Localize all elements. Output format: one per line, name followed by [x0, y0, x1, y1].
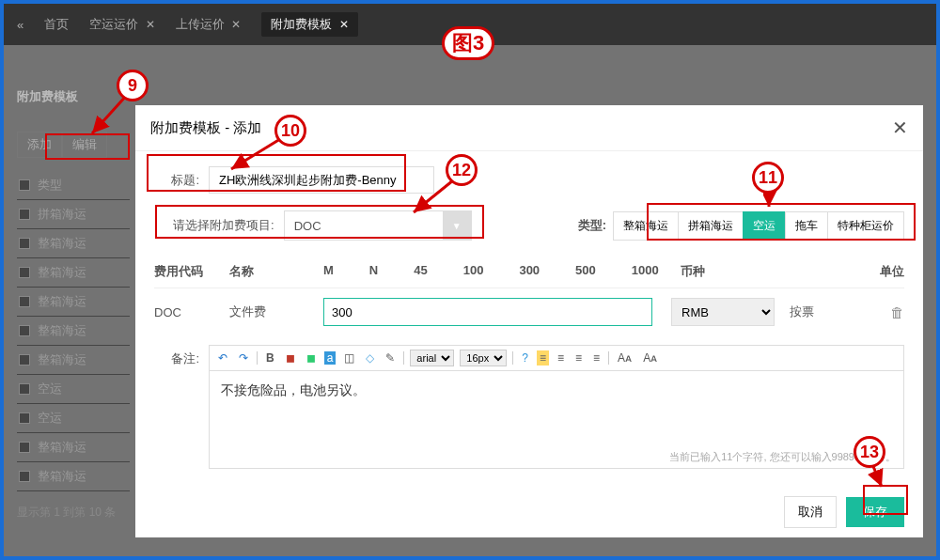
- bgcolor-icon[interactable]: ◼: [304, 350, 319, 366]
- list-item-label: 拼箱海运: [38, 206, 86, 223]
- callout-13: 13: [854, 436, 885, 468]
- list-item-label: 空运: [38, 410, 62, 427]
- help-icon[interactable]: ?: [519, 350, 531, 366]
- currency-select[interactable]: RMB: [671, 298, 775, 326]
- list-item-label: 整箱海运: [38, 293, 86, 310]
- row-code: DOC: [154, 305, 229, 319]
- font-a-icon[interactable]: a: [324, 351, 337, 365]
- type-option[interactable]: 空运: [743, 211, 786, 241]
- bold-icon[interactable]: B: [263, 350, 277, 366]
- list-item-label: 类型: [38, 177, 62, 194]
- undo-icon[interactable]: ↶: [215, 350, 230, 366]
- close-icon[interactable]: ✕: [146, 18, 155, 31]
- type-option[interactable]: 拼箱海运: [678, 211, 744, 241]
- list-item[interactable]: 整箱海运: [17, 462, 130, 491]
- list-item[interactable]: 空运: [17, 404, 130, 433]
- list-item-label: 整箱海运: [38, 351, 86, 368]
- font-size-select[interactable]: 16px: [460, 350, 507, 366]
- callout-10: 10: [274, 115, 306, 147]
- label-remark: 备注:: [154, 350, 199, 469]
- list-item[interactable]: 整箱海运: [17, 288, 130, 317]
- checkbox[interactable]: [19, 296, 30, 307]
- cancel-button[interactable]: 取消: [784, 496, 837, 528]
- add-button[interactable]: 添加: [17, 132, 62, 158]
- svg-line-4: [872, 464, 882, 487]
- nav-sea[interactable]: 空运运价 ✕: [89, 16, 155, 33]
- nav-home[interactable]: 首页: [44, 16, 69, 33]
- list-item[interactable]: 整箱海运: [17, 229, 130, 258]
- label-title: 标题:: [154, 172, 199, 189]
- row-unit: 按票: [790, 303, 837, 320]
- nav-up[interactable]: 上传运价 ✕: [176, 16, 242, 33]
- close-icon[interactable]: ✕: [231, 18, 241, 31]
- font-shrink-icon[interactable]: Aᴀ: [640, 350, 660, 366]
- list-item[interactable]: 类型: [17, 171, 130, 200]
- type-option[interactable]: 特种柜运价: [827, 211, 904, 241]
- list-item[interactable]: 整箱海运: [17, 346, 130, 375]
- modal-title: 附加费模板 - 添加: [150, 119, 261, 137]
- label-type: 类型:: [578, 217, 606, 234]
- editor-content[interactable]: 不接危险品，电池另议。: [210, 371, 903, 446]
- checkbox[interactable]: [19, 238, 30, 249]
- th-num: 500: [575, 263, 596, 280]
- label-select-surcharge: 请选择附加费项目:: [173, 217, 274, 234]
- nav-surcharge-template[interactable]: 附加费模板 ✕: [261, 12, 358, 37]
- link-icon[interactable]: ✎: [383, 350, 398, 366]
- align-justify-icon[interactable]: ≡: [590, 350, 603, 366]
- list-item[interactable]: 整箱海运: [17, 317, 130, 346]
- pagination-info: 显示第 1 到第 10 条: [17, 505, 130, 521]
- close-icon[interactable]: ✕: [339, 18, 349, 31]
- th-num: 45: [414, 263, 427, 280]
- callout-12: 12: [446, 154, 478, 186]
- th-currency: 币种: [681, 263, 793, 280]
- checkbox[interactable]: [19, 354, 30, 366]
- editor-toolbar: ↶ ↷ B ◼ ◼ a ◫ ◇ ✎ arial 16px ? ≡ ≡: [210, 346, 903, 371]
- delete-row-icon[interactable]: 🗑: [890, 304, 904, 320]
- rich-text-editor: ↶ ↷ B ◼ ◼ a ◫ ◇ ✎ arial 16px ? ≡ ≡: [209, 345, 904, 469]
- align-left-icon[interactable]: ≡: [537, 350, 549, 366]
- list-item[interactable]: 拼箱海运: [17, 200, 130, 229]
- svg-line-2: [414, 180, 453, 212]
- checkbox[interactable]: [19, 179, 30, 191]
- save-button[interactable]: 保存: [846, 497, 904, 527]
- redo-icon[interactable]: ↷: [236, 350, 251, 366]
- align-right-icon[interactable]: ≡: [572, 350, 585, 366]
- type-option[interactable]: 拖车: [785, 211, 828, 241]
- align-center-icon[interactable]: ≡: [555, 350, 567, 366]
- checkbox[interactable]: [19, 412, 30, 424]
- th-code: 费用代码: [154, 263, 229, 280]
- list-item-label: 整箱海运: [38, 322, 86, 339]
- m-value-input[interactable]: [323, 298, 652, 326]
- th-num: 300: [519, 263, 540, 280]
- checkbox[interactable]: [19, 267, 30, 278]
- callout-11: 11: [752, 162, 784, 194]
- callout-fig3: 图3: [442, 26, 494, 60]
- type-option[interactable]: 整箱海运: [613, 211, 679, 241]
- th-num: N: [369, 263, 378, 280]
- checkbox[interactable]: [19, 325, 30, 336]
- font-family-select[interactable]: arial: [410, 350, 454, 366]
- list-item-label: 整箱海运: [38, 264, 86, 281]
- th-unit: 单位: [820, 263, 904, 280]
- list-item[interactable]: 空运: [17, 375, 130, 404]
- checkbox[interactable]: [19, 471, 30, 482]
- th-num: 100: [463, 263, 484, 280]
- eraser-icon[interactable]: ◇: [363, 350, 377, 366]
- list-item-label: 整箱海运: [38, 235, 86, 252]
- font-grow-icon[interactable]: Aᴀ: [615, 350, 634, 366]
- th-name: 名称: [229, 263, 323, 280]
- checkbox[interactable]: [19, 383, 30, 395]
- checkbox[interactable]: [19, 209, 30, 220]
- checkbox[interactable]: [19, 442, 30, 453]
- modal-close-button[interactable]: ✕: [892, 117, 908, 139]
- list-item-label: 整箱海运: [38, 439, 86, 456]
- callout-9: 9: [117, 70, 149, 101]
- insert-icon[interactable]: ◫: [341, 350, 357, 366]
- th-num: 1000: [632, 263, 659, 280]
- svg-line-1: [231, 139, 280, 169]
- list-item[interactable]: 整箱海运: [17, 433, 130, 462]
- editor-counter: 当前已输入11个字符, 您还可以输入9989个字符。: [210, 446, 903, 468]
- nav-collapse-icon[interactable]: «: [17, 18, 24, 32]
- list-item[interactable]: 整箱海运: [17, 258, 130, 288]
- color-icon[interactable]: ◼: [283, 350, 298, 366]
